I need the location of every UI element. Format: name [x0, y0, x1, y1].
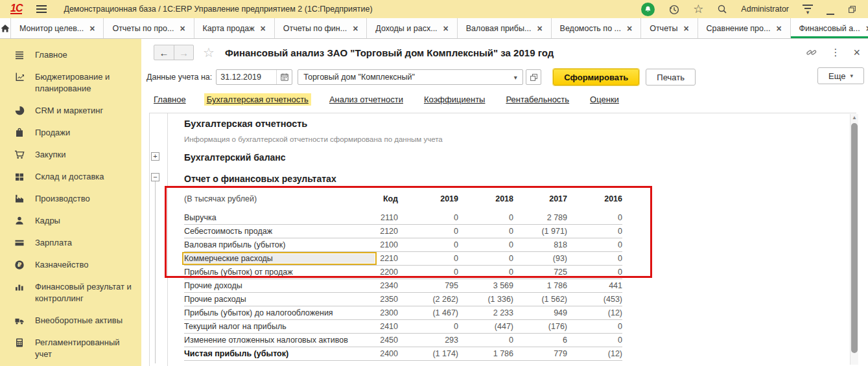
sidebar-item[interactable]: Кадры [0, 210, 141, 232]
chevron-down-icon[interactable]: ▾ [508, 74, 522, 81]
section-link[interactable]: Главное [151, 93, 189, 106]
row-label-cell[interactable]: Прибыль (убыток) от продаж [184, 268, 375, 277]
window-tab[interactable]: Отчеты по фин... × [275, 18, 368, 38]
row-2017-cell[interactable]: (93) [513, 254, 567, 263]
finres-group-title[interactable]: Отчет о финансовых результатах [184, 174, 856, 184]
close-tab-icon[interactable]: × [776, 23, 781, 34]
row-2017-cell[interactable]: 1 786 [513, 281, 567, 290]
balance-group-title[interactable]: Бухгалтерский баланс [184, 152, 856, 163]
row-2016-cell[interactable]: 0 [567, 254, 622, 263]
section-link[interactable]: Бухгалтерская отчетность [204, 93, 311, 106]
service-menu-icon[interactable]: ▾ [803, 5, 813, 14]
scroll-up-icon[interactable]: ▲ [850, 114, 858, 122]
close-tab-icon[interactable]: × [353, 23, 358, 34]
row-2019-cell[interactable]: 0 [398, 213, 458, 222]
sidebar-item[interactable]: CRM и маркетинг [0, 100, 141, 122]
sidebar-item[interactable]: ₽ Казначейство [0, 254, 141, 276]
row-code-cell[interactable]: 2410 [375, 322, 398, 331]
row-2018-cell[interactable]: 0 [458, 213, 513, 222]
row-2018-cell[interactable]: 0 [458, 336, 513, 345]
get-link-icon[interactable] [806, 47, 817, 58]
window-tab[interactable]: Ведомость по ... × [552, 18, 642, 38]
row-2017-cell[interactable]: (1 562) [513, 295, 567, 304]
minimize-button[interactable] [827, 2, 834, 17]
row-label-cell[interactable]: Прибыль (убыток) до налогообложения [184, 308, 375, 317]
sidebar-item[interactable]: Продажи [0, 122, 141, 144]
window-tab[interactable]: Сравнение про... × [698, 18, 791, 38]
row-2018-cell[interactable]: 0 [458, 268, 513, 277]
expand-balance-icon[interactable]: + [151, 152, 159, 161]
row-2017-cell[interactable]: 818 [513, 240, 567, 249]
row-2016-cell[interactable]: 441 [567, 281, 622, 290]
generate-button[interactable]: Сформировать [553, 69, 639, 86]
window-tab[interactable]: Отчеты × [641, 18, 698, 38]
row-2019-cell[interactable]: 0 [398, 322, 458, 331]
close-tab-icon[interactable]: × [443, 23, 449, 34]
row-code-cell[interactable]: 2300 [375, 308, 398, 317]
row-2018-cell[interactable]: 1 786 [458, 349, 513, 358]
row-2017-cell[interactable]: 949 [513, 308, 567, 317]
close-tab-icon[interactable]: × [627, 23, 632, 34]
row-2016-cell[interactable]: 0 [567, 227, 622, 236]
row-code-cell[interactable]: 2120 [375, 227, 398, 236]
close-tab-icon[interactable]: × [180, 23, 185, 34]
row-label-cell[interactable]: Чистая прибыль (убыток) [184, 349, 375, 358]
row-2016-cell[interactable]: (453) [567, 295, 622, 304]
sidebar-item[interactable]: Главное [0, 44, 141, 66]
section-link[interactable]: Рентабельность [503, 93, 572, 106]
row-2019-cell[interactable]: (1 467) [398, 308, 458, 317]
row-2016-cell[interactable]: 0 [567, 322, 622, 331]
print-button[interactable]: Печать [646, 69, 696, 86]
close-tab-icon[interactable]: × [89, 23, 95, 34]
row-2018-cell[interactable]: 0 [458, 240, 513, 249]
sidebar-item[interactable]: Закупки [0, 144, 141, 166]
section-link[interactable]: Коэффициенты [421, 93, 488, 106]
row-2019-cell[interactable]: 293 [398, 336, 458, 345]
row-2018-cell[interactable]: (447) [458, 322, 513, 331]
window-tab[interactable]: Финансовый а... × [791, 18, 868, 38]
row-2016-cell[interactable]: 0 [567, 268, 622, 277]
favorites-star-icon[interactable]: ☆ [693, 3, 703, 15]
row-2017-cell[interactable]: (1 971) [513, 227, 567, 236]
sidebar-item[interactable]: Внеоборотные активы [0, 310, 141, 332]
row-code-cell[interactable]: 2350 [375, 295, 398, 304]
close-tab-icon[interactable]: × [683, 23, 688, 34]
window-tab[interactable]: Доходы и расх... × [367, 18, 457, 38]
row-2017-cell[interactable]: 779 [513, 349, 567, 358]
home-tab[interactable] [0, 18, 11, 38]
row-2018-cell[interactable]: 0 [458, 227, 513, 236]
organization-combo[interactable]: Торговый дом "Комплексный" ▾ [298, 69, 523, 85]
forward-button[interactable]: → [174, 45, 193, 60]
row-2017-cell[interactable]: 2 789 [513, 213, 567, 222]
section-link[interactable]: Анализ отчетности [327, 93, 406, 106]
sidebar-item[interactable]: Финансовый результат и контроллинг [0, 276, 141, 310]
scrollbar-thumb[interactable] [851, 123, 858, 353]
row-2016-cell[interactable]: 0 [567, 213, 622, 222]
row-2018-cell[interactable]: 0 [458, 254, 513, 263]
row-2016-cell[interactable]: (12) [567, 308, 622, 317]
window-tab[interactable]: Валовая прибы... × [458, 18, 552, 38]
row-code-cell[interactable]: 2210 [375, 254, 398, 263]
sidebar-item[interactable]: Зарплата [0, 232, 141, 254]
history-icon[interactable] [668, 4, 679, 15]
row-2016-cell[interactable]: (12) [567, 349, 622, 358]
calendar-icon[interactable] [276, 70, 292, 84]
row-2018-cell[interactable]: 3 569 [458, 281, 513, 290]
row-label-cell[interactable]: Валовая прибыль (убыток) [184, 240, 375, 249]
sidebar-item[interactable]: Бюджетирование и планирование [0, 66, 141, 100]
row-code-cell[interactable]: 2400 [375, 349, 398, 358]
sidebar-item[interactable]: Регламентированный учет [0, 332, 141, 365]
window-tab[interactable]: Карта продаж × [194, 18, 275, 38]
row-code-cell[interactable]: 2450 [375, 336, 398, 345]
close-report-icon[interactable]: × [853, 46, 860, 60]
notifications-button[interactable] [641, 3, 655, 16]
row-2016-cell[interactable]: 0 [567, 240, 622, 249]
close-tab-icon[interactable]: × [866, 23, 868, 34]
section-link[interactable]: Оценки [587, 93, 622, 106]
close-tab-icon[interactable]: × [261, 23, 266, 34]
row-2016-cell[interactable]: 0 [567, 336, 622, 345]
row-2019-cell[interactable]: 0 [398, 254, 458, 263]
sidebar-item[interactable]: Склад и доставка [0, 166, 141, 188]
row-2017-cell[interactable]: 725 [513, 268, 567, 277]
row-2017-cell[interactable]: (176) [513, 322, 567, 331]
